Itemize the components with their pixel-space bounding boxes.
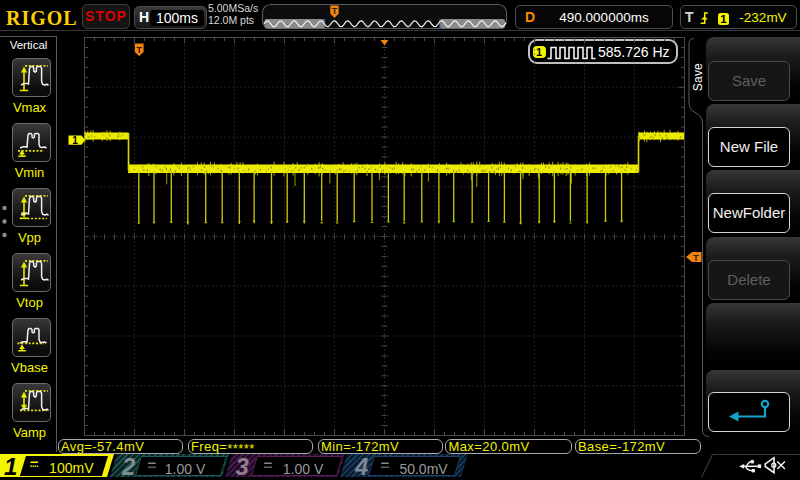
svg-text:1: 1 — [72, 135, 78, 146]
svg-text:T: T — [332, 6, 338, 16]
svg-text:T: T — [693, 252, 699, 263]
svg-text:T: T — [136, 44, 142, 55]
